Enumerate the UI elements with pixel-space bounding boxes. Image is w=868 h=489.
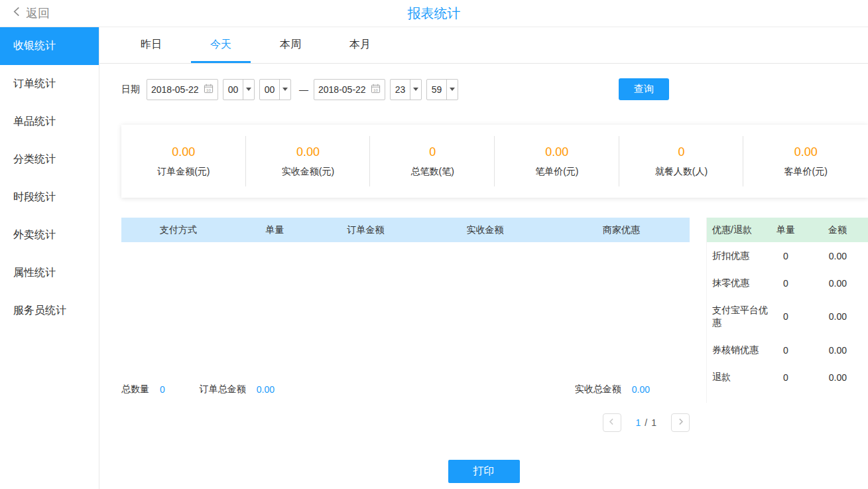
discount-header-cell: 单量 — [770, 224, 802, 236]
pagination: 1 / 1 — [99, 413, 690, 432]
sidebar-item-category-stats[interactable]: 分类统计 — [0, 141, 99, 178]
discount-header-cell: 优惠/退款 — [707, 224, 770, 236]
end-minute-select[interactable]: 59 — [426, 79, 458, 100]
chevron-down-icon — [410, 80, 421, 100]
tab-today[interactable]: 今天 — [191, 27, 251, 63]
chevron-left-icon — [607, 417, 616, 428]
total-count-label: 总数量 — [121, 384, 149, 395]
tab-yesterday[interactable]: 昨日 — [121, 27, 181, 63]
back-chevron-icon — [12, 6, 22, 21]
discount-row-label: 退款 — [707, 371, 770, 384]
discount-row-refund: 退款 0 0.00 — [707, 364, 868, 391]
stat-value: 0.00 — [121, 145, 246, 159]
sidebar-item-cashier-stats[interactable]: 收银统计 — [0, 27, 99, 65]
back-button[interactable]: 返回 — [12, 5, 50, 21]
top-header: 返回 报表统计 — [0, 0, 868, 27]
chevron-right-icon — [676, 417, 685, 428]
discount-row-zhekou: 折扣优惠 0 0.00 — [707, 242, 868, 269]
end-date-input[interactable]: 2018-05-22 10 — [314, 79, 385, 100]
page-indicator: 1 / 1 — [636, 417, 656, 428]
tab-this-week[interactable]: 本周 — [261, 27, 320, 63]
start-hour-select[interactable]: 00 — [223, 79, 255, 100]
end-hour-value: 23 — [391, 80, 410, 100]
calendar-icon: 10 — [371, 84, 381, 96]
sidebar-item-label: 分类统计 — [13, 153, 56, 167]
stat-value: 0.00 — [743, 145, 868, 159]
chevron-down-icon — [446, 80, 458, 100]
order-total-value: 0.00 — [257, 384, 275, 395]
calendar-icon: 10 — [204, 84, 214, 96]
payment-header-cell: 支付方式 — [121, 224, 235, 236]
discount-row-count: 0 — [770, 251, 802, 261]
stat-per-customer-price: 0.00 客单价(元) — [743, 145, 868, 178]
stat-total-transactions: 0 总笔数(笔) — [370, 145, 495, 178]
sidebar-item-order-stats[interactable]: 订单统计 — [0, 65, 99, 103]
stat-label: 实收金额(元) — [246, 166, 371, 178]
start-date-input[interactable]: 2018-05-22 10 — [147, 79, 218, 100]
stat-label: 客单价(元) — [743, 166, 868, 178]
stat-received-amount: 0.00 实收金额(元) — [246, 145, 371, 178]
discount-row-count: 0 — [770, 311, 802, 322]
svg-text:10: 10 — [373, 87, 378, 92]
start-minute-value: 00 — [260, 80, 279, 100]
sidebar-item-single-item-stats[interactable]: 单品统计 — [0, 103, 99, 141]
next-page-button[interactable] — [671, 413, 690, 432]
order-total-label: 订单总金额 — [200, 384, 246, 395]
discount-row-moling: 抹零优惠 0 0.00 — [707, 269, 868, 297]
stat-diner-count: 0 就餐人数(人) — [619, 145, 744, 178]
stat-value: 0 — [370, 145, 495, 159]
discount-row-coupon-redeem: 券核销优惠 0 0.00 — [707, 336, 868, 364]
end-minute-value: 59 — [427, 80, 446, 100]
prev-page-button[interactable] — [603, 413, 621, 432]
total-count-value: 0 — [160, 384, 165, 395]
payment-header-cell: 实收金额 — [417, 224, 554, 236]
print-button[interactable]: 打印 — [448, 460, 520, 483]
payment-header-cell: 订单金额 — [314, 224, 416, 236]
tab-bar: 昨日 今天 本周 本月 — [99, 27, 868, 64]
sidebar-item-takeout-stats[interactable]: 外卖统计 — [0, 216, 99, 254]
stat-label: 总笔数(笔) — [370, 166, 495, 178]
payment-table: 支付方式 单量 订单金额 实收金额 商家优惠 总数量 0 订单总金额 0.00 … — [121, 218, 690, 403]
current-page: 1 — [636, 417, 641, 428]
discount-row-label: 折扣优惠 — [707, 249, 770, 262]
sidebar: 收银统计 订单统计 单品统计 分类统计 时段统计 外卖统计 属性统计 服务员统计 — [0, 27, 99, 489]
discount-row-amount: 0.00 — [802, 372, 868, 383]
stat-value: 0.00 — [495, 145, 619, 159]
payment-table-footer: 总数量 0 订单总金额 0.00 实收总金额 0.00 — [121, 376, 690, 403]
discount-header-cell: 金额 — [802, 224, 868, 236]
start-minute-select[interactable]: 00 — [259, 79, 291, 100]
stat-value: 0.00 — [246, 145, 371, 159]
page-title: 报表统计 — [0, 5, 868, 23]
sidebar-item-label: 单品统计 — [13, 115, 56, 129]
payment-header-cell: 商家优惠 — [553, 224, 690, 236]
back-label: 返回 — [26, 5, 50, 21]
discount-table-header: 优惠/退款 单量 金额 — [707, 218, 868, 242]
discount-row-count: 0 — [770, 372, 802, 383]
sidebar-item-attribute-stats[interactable]: 属性统计 — [0, 254, 99, 292]
sidebar-item-label: 服务员统计 — [13, 304, 66, 318]
content-area: 昨日 今天 本周 本月 日期 2018-05-22 10 00 00 — — [99, 27, 868, 489]
discount-refund-table: 优惠/退款 单量 金额 折扣优惠 0 0.00 抹零优惠 0 0.00 支付宝平… — [706, 218, 868, 403]
received-total-value: 0.00 — [632, 384, 650, 395]
stat-per-transaction-price: 0.00 笔单价(元) — [495, 145, 619, 178]
discount-row-label: 抹零优惠 — [707, 277, 770, 289]
stat-value: 0 — [619, 145, 744, 159]
tab-this-month[interactable]: 本月 — [330, 27, 390, 63]
payment-table-body-empty — [121, 242, 690, 376]
stat-order-amount: 0.00 订单金额(元) — [121, 145, 246, 178]
discount-row-amount: 0.00 — [802, 345, 868, 356]
end-hour-select[interactable]: 23 — [390, 79, 422, 100]
tables-section: 支付方式 单量 订单金额 实收金额 商家优惠 总数量 0 订单总金额 0.00 … — [121, 218, 868, 403]
sidebar-item-waiter-stats[interactable]: 服务员统计 — [0, 292, 99, 330]
sidebar-item-label: 订单统计 — [13, 77, 56, 91]
main-layout: 收银统计 订单统计 单品统计 分类统计 时段统计 外卖统计 属性统计 服务员统计… — [0, 27, 868, 489]
chevron-down-icon — [243, 80, 254, 100]
received-total-label: 实收总金额 — [575, 384, 621, 395]
end-date-value: 2018-05-22 — [318, 84, 366, 95]
query-button[interactable]: 查询 — [619, 78, 669, 100]
chevron-down-icon — [279, 80, 290, 100]
summary-card: 0.00 订单金额(元) 0.00 实收金额(元) 0 总笔数(笔) 0.00 … — [121, 125, 868, 198]
sidebar-item-time-period-stats[interactable]: 时段统计 — [0, 178, 99, 216]
svg-text:10: 10 — [206, 87, 211, 92]
page-separator: / — [645, 417, 647, 428]
